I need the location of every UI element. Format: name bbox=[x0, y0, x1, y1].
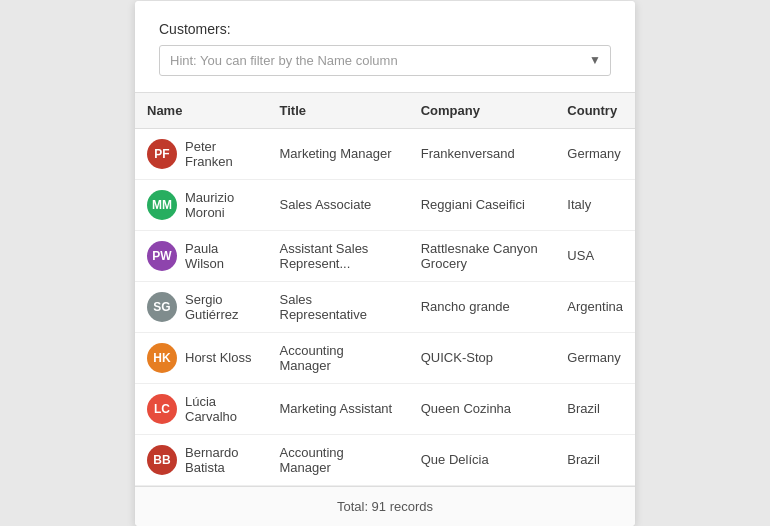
filter-section: Customers: Hint: You can filter by the N… bbox=[135, 1, 635, 92]
customer-name: Bernardo Batista bbox=[185, 445, 256, 475]
cell-company: QUICK-Stop bbox=[409, 332, 556, 383]
col-header-country: Country bbox=[555, 92, 635, 128]
cell-name: HK Horst Kloss bbox=[135, 332, 268, 383]
cell-title: Marketing Assistant bbox=[268, 383, 409, 434]
cell-title: Sales Representative bbox=[268, 281, 409, 332]
table-header-row: Name Title Company Country bbox=[135, 92, 635, 128]
avatar: PW bbox=[147, 241, 177, 271]
avatar: BB bbox=[147, 445, 177, 475]
table-row[interactable]: PF Peter Franken Marketing ManagerFranke… bbox=[135, 128, 635, 179]
cell-name: PW Paula Wilson bbox=[135, 230, 268, 281]
cell-name: BB Bernardo Batista bbox=[135, 434, 268, 485]
cell-name: LC Lúcia Carvalho bbox=[135, 383, 268, 434]
cell-name: SG Sergio Gutiérrez bbox=[135, 281, 268, 332]
cell-title: Accounting Manager bbox=[268, 332, 409, 383]
avatar: MM bbox=[147, 190, 177, 220]
cell-country: Germany bbox=[555, 128, 635, 179]
customer-name: Peter Franken bbox=[185, 139, 256, 169]
cell-country: Germany bbox=[555, 332, 635, 383]
table-container: Name Title Company Country PF Peter Fran… bbox=[135, 92, 635, 486]
total-records: Total: 91 records bbox=[337, 499, 433, 514]
avatar: LC bbox=[147, 394, 177, 424]
filter-label: Customers: bbox=[159, 21, 611, 37]
cell-title: Sales Associate bbox=[268, 179, 409, 230]
cell-country: Brazil bbox=[555, 434, 635, 485]
table-row[interactable]: PW Paula Wilson Assistant Sales Represen… bbox=[135, 230, 635, 281]
customer-name: Paula Wilson bbox=[185, 241, 256, 271]
col-header-name: Name bbox=[135, 92, 268, 128]
table-row[interactable]: HK Horst Kloss Accounting ManagerQUICK-S… bbox=[135, 332, 635, 383]
cell-company: Frankenversand bbox=[409, 128, 556, 179]
cell-title: Marketing Manager bbox=[268, 128, 409, 179]
customer-name: Sergio Gutiérrez bbox=[185, 292, 256, 322]
customer-name: Lúcia Carvalho bbox=[185, 394, 256, 424]
table-row[interactable]: BB Bernardo Batista Accounting ManagerQu… bbox=[135, 434, 635, 485]
avatar: SG bbox=[147, 292, 177, 322]
table-footer: Total: 91 records bbox=[135, 486, 635, 526]
cell-title: Assistant Sales Represent... bbox=[268, 230, 409, 281]
cell-company: Reggiani Caseifici bbox=[409, 179, 556, 230]
filter-select-wrapper: Hint: You can filter by the Name column … bbox=[159, 45, 611, 76]
table-row[interactable]: MM Maurizio Moroni Sales AssociateReggia… bbox=[135, 179, 635, 230]
cell-company: Queen Cozinha bbox=[409, 383, 556, 434]
customers-table: Name Title Company Country PF Peter Fran… bbox=[135, 92, 635, 486]
avatar: HK bbox=[147, 343, 177, 373]
customer-name: Maurizio Moroni bbox=[185, 190, 256, 220]
cell-country: Argentina bbox=[555, 281, 635, 332]
table-row[interactable]: LC Lúcia Carvalho Marketing AssistantQue… bbox=[135, 383, 635, 434]
cell-name: PF Peter Franken bbox=[135, 128, 268, 179]
table-row[interactable]: SG Sergio Gutiérrez Sales Representative… bbox=[135, 281, 635, 332]
avatar: PF bbox=[147, 139, 177, 169]
cell-company: Rancho grande bbox=[409, 281, 556, 332]
cell-country: USA bbox=[555, 230, 635, 281]
cell-country: Brazil bbox=[555, 383, 635, 434]
cell-company: Rattlesnake Canyon Grocery bbox=[409, 230, 556, 281]
filter-select[interactable]: Hint: You can filter by the Name column bbox=[159, 45, 611, 76]
customers-card: Customers: Hint: You can filter by the N… bbox=[135, 1, 635, 526]
col-header-company: Company bbox=[409, 92, 556, 128]
col-header-title: Title bbox=[268, 92, 409, 128]
cell-company: Que Delícia bbox=[409, 434, 556, 485]
cell-name: MM Maurizio Moroni bbox=[135, 179, 268, 230]
cell-title: Accounting Manager bbox=[268, 434, 409, 485]
customer-name: Horst Kloss bbox=[185, 350, 251, 365]
cell-country: Italy bbox=[555, 179, 635, 230]
